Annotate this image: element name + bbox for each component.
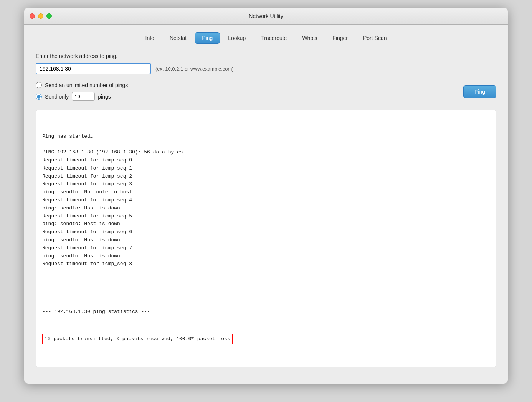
tab-netstat[interactable]: Netstat (162, 32, 194, 44)
window-title: Network Utility (249, 13, 283, 19)
tab-finger[interactable]: Finger (325, 32, 355, 44)
address-hint: (ex. 10.0.2.1 or www.example.com) (155, 66, 234, 72)
ping-button[interactable]: Ping (463, 85, 496, 98)
sendonly-ping-row: Send only pings (36, 92, 496, 101)
main-window: Network Utility Info Netstat Ping Lookup… (24, 8, 508, 384)
address-row: (ex. 10.0.2.1 or www.example.com) (36, 63, 496, 74)
address-input[interactable] (36, 63, 151, 74)
sendonly-label: Send only (45, 94, 69, 100)
tab-lookup[interactable]: Lookup (221, 32, 253, 44)
ping-count-input[interactable] (72, 92, 95, 101)
output-blank (42, 284, 490, 292)
ping-options: Send an unlimited number of pings Send o… (36, 82, 496, 101)
unlimited-ping-row: Send an unlimited number of pings (36, 82, 496, 88)
minimize-button[interactable] (38, 13, 43, 19)
pings-label: pings (98, 94, 111, 100)
close-button[interactable] (30, 13, 35, 19)
unlimited-label: Send an unlimited number of pings (45, 82, 128, 88)
titlebar: Network Utility (24, 8, 508, 25)
unlimited-radio[interactable] (36, 82, 42, 88)
sendonly-radio[interactable] (36, 94, 42, 100)
tab-info[interactable]: Info (138, 32, 162, 44)
tab-traceroute[interactable]: Traceroute (254, 32, 294, 44)
tab-bar: Info Netstat Ping Lookup Traceroute Whoi… (36, 32, 496, 44)
section-label: Enter the network address to ping. (36, 53, 496, 59)
output-main-text: Ping has started… PING 192.168.1.30 (192… (42, 133, 490, 269)
maximize-button[interactable] (46, 13, 52, 19)
output-statistics-line: --- 192.168.1.30 ping statistics --- (42, 308, 490, 316)
output-highlighted-line: 10 packets transmitted, 0 packets receiv… (42, 334, 233, 345)
tab-ping[interactable]: Ping (195, 32, 220, 44)
tab-whois[interactable]: Whois (295, 32, 324, 44)
output-area: Ping has started… PING 192.168.1.30 (192… (36, 110, 496, 367)
content-area: Info Netstat Ping Lookup Traceroute Whoi… (24, 25, 508, 384)
window-controls (30, 13, 52, 19)
tab-portscan[interactable]: Port Scan (356, 32, 394, 44)
